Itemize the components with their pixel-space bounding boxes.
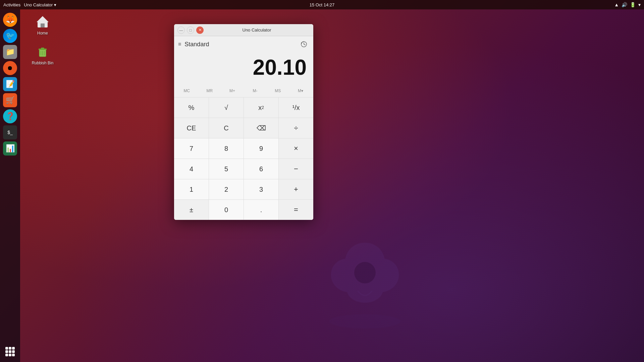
dock-item-firefox[interactable]: 🦊 [2, 13, 18, 27]
add-button[interactable]: + [279, 179, 313, 199]
history-button[interactable] [299, 39, 309, 50]
negate-button[interactable]: ± [174, 200, 209, 220]
dock-item-files[interactable]: 📁 [2, 45, 18, 59]
app-indicator-arrow: ▾ [54, 2, 56, 7]
firefox-icon: 🦊 [6, 15, 15, 24]
topbar-right: ▲ 🔊 🔋 ▾ [614, 2, 641, 7]
app-indicator[interactable]: Uno Calculator ▾ [24, 2, 56, 7]
nine-button[interactable]: 9 [244, 138, 278, 159]
home-label: Home [37, 31, 48, 36]
sqrt-button[interactable]: √ [209, 98, 244, 118]
divide-button[interactable]: ÷ [279, 118, 313, 138]
mc-button[interactable]: MC [175, 86, 198, 96]
calculator-window: — □ ✕ Uno Calculator ≡ Standard 20.10 [174, 24, 313, 220]
four-button[interactable]: 4 [174, 159, 209, 179]
svg-point-0 [329, 314, 400, 328]
multiply-button[interactable]: × [279, 138, 313, 159]
eight-button[interactable]: 8 [209, 138, 244, 159]
thunderbird-icon: 🐦 [6, 32, 15, 40]
reciprocal-button[interactable]: ¹/x [279, 98, 313, 118]
dock-item-apps-grid[interactable] [2, 345, 18, 359]
mlist-button[interactable]: M▾ [289, 86, 312, 96]
dock-item-rhythmbox[interactable]: ⏺ [2, 61, 18, 75]
backspace-button[interactable]: ⌫ [244, 118, 278, 138]
wifi-icon: ▲ [614, 2, 619, 7]
rubbish-bin-icon [35, 43, 51, 59]
system-menu-arrow[interactable]: ▾ [638, 2, 641, 7]
display-value: 20.10 [181, 56, 307, 79]
dock: 🦊 🐦 📁 ⏺ 📝 🛒 ❓ $_ [0, 9, 20, 362]
one-button[interactable]: 1 [174, 179, 209, 199]
terminal-icon: $_ [7, 130, 13, 135]
svg-rect-7 [41, 48, 44, 49]
clear-button[interactable]: C [209, 118, 244, 138]
topbar-datetime: 15 Oct 14:27 [310, 2, 334, 7]
volume-icon: 🔊 [622, 2, 627, 7]
activities-button[interactable]: Activities [3, 2, 20, 7]
ms-button[interactable]: MS [266, 86, 289, 96]
rhythmbox-icon: ⏺ [7, 65, 13, 72]
svg-marker-3 [37, 16, 49, 22]
calc-mode-label: Standard [184, 41, 209, 48]
spreadsheet-icon: 📊 [6, 144, 15, 153]
dock-item-writer[interactable]: 📝 [2, 77, 18, 91]
topbar: Activities Uno Calculator ▾ 15 Oct 14:27… [0, 0, 644, 9]
calc-body: ≡ Standard 20.10 MC MR M+ M- MS M▾ [174, 36, 313, 220]
percent-button[interactable]: % [174, 98, 209, 118]
desktop-icon-rubbish-bin[interactable]: Rubbish Bin [29, 43, 56, 65]
six-button[interactable]: 6 [244, 159, 278, 179]
subtract-button[interactable]: − [279, 159, 313, 179]
five-button[interactable]: 5 [209, 159, 244, 179]
three-button[interactable]: 3 [244, 179, 278, 199]
dock-item-spreadsheet[interactable]: 📊 [2, 141, 18, 156]
square-button[interactable]: x2 [244, 98, 278, 118]
apps-grid-icon [5, 347, 15, 356]
topbar-left: Activities Uno Calculator ▾ [3, 2, 56, 7]
calc-display: 20.10 [174, 52, 313, 84]
active-app-name: Uno Calculator [24, 2, 53, 7]
titlebar-buttons: — □ ✕ [177, 26, 204, 34]
calc-titlebar: — □ ✕ Uno Calculator [174, 24, 313, 36]
two-button[interactable]: 2 [209, 179, 244, 199]
mminus-button[interactable]: M- [244, 86, 267, 96]
writer-icon: 📝 [6, 80, 15, 88]
svg-rect-4 [41, 23, 45, 27]
dock-item-terminal[interactable]: $_ [2, 125, 18, 139]
rubbish-bin-label: Rubbish Bin [32, 61, 54, 65]
zero-button[interactable]: 0 [209, 200, 244, 220]
close-button[interactable]: ✕ [196, 26, 204, 34]
mr-button[interactable]: MR [198, 86, 221, 96]
minimize-button[interactable]: — [177, 26, 185, 34]
history-icon [301, 41, 307, 48]
svg-point-1 [354, 262, 376, 284]
memory-row: MC MR M+ M- MS M▾ [174, 84, 313, 97]
calc-header: ≡ Standard [174, 36, 313, 52]
ce-button[interactable]: CE [174, 118, 209, 138]
maximize-button[interactable]: □ [187, 26, 194, 34]
equals-button[interactable]: = [279, 200, 313, 220]
mplus-button[interactable]: M+ [221, 86, 244, 96]
battery-icon: 🔋 [630, 2, 636, 7]
help-icon: ❓ [6, 112, 15, 121]
hamburger-menu-icon[interactable]: ≡ [178, 41, 181, 47]
dock-item-help[interactable]: ❓ [2, 109, 18, 123]
app-center-icon: 🛒 [6, 96, 15, 105]
dock-item-thunderbird[interactable]: 🐦 [2, 29, 18, 43]
window-title: Uno Calculator [204, 27, 310, 33]
seven-button[interactable]: 7 [174, 138, 209, 159]
desktop-icon-home[interactable]: Home [29, 13, 56, 36]
calc-grid: % √ x2 ¹/x CE C ⌫ ÷ 7 8 9 × 4 5 6 − 1 2 … [174, 97, 313, 220]
dock-item-app-center[interactable]: 🛒 [2, 93, 18, 107]
decimal-button[interactable]: . [244, 200, 278, 220]
home-icon [35, 13, 51, 29]
files-icon: 📁 [6, 48, 15, 56]
